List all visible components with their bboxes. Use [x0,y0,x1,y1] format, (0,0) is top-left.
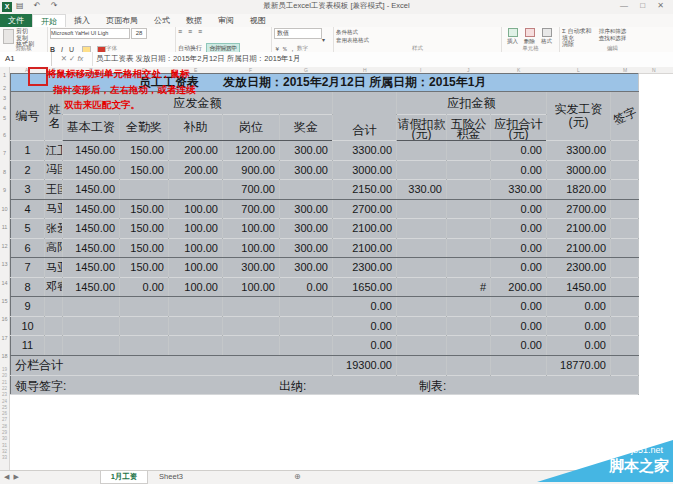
row-header-19[interactable]: 19 [0,367,9,372]
fx-icon[interactable]: fx [77,54,83,63]
cell-id-row9[interactable]: 9 [11,297,45,317]
cell-subsidy-row9[interactable] [169,297,223,317]
header-deduct-group[interactable]: 应扣金额 [397,92,547,115]
cell-net-row4[interactable]: 2700.00 [547,199,611,219]
sort-filter-button[interactable]: 排序和筛选 [599,28,627,35]
header-sign[interactable]: 签字 [611,92,639,141]
cell-name-row3[interactable]: 王国军 [45,180,63,200]
cell-net-row9[interactable]: 0.00 [547,297,611,317]
number-format-caret-icon[interactable]: ▾ [322,37,325,43]
cell-insurance-row9[interactable] [447,297,491,317]
cell-net-row5[interactable]: 2100.00 [547,219,611,239]
cell-post-row11[interactable] [223,336,280,356]
autosum-button[interactable]: 自动求和 [567,28,591,34]
cell-base-row3[interactable]: 1450.00 [63,180,120,200]
row-header-10[interactable]: 10 [0,206,9,212]
cell-bonus-row1[interactable]: 300.00 [280,141,333,161]
cell-total-row2[interactable]: 3000.00 [333,160,397,180]
row-header-22[interactable]: 22 [0,386,9,391]
row-header-25[interactable]: 25 [0,405,9,410]
cell-id-row1[interactable]: 1 [11,141,45,161]
row-header-15[interactable]: 15 [0,298,9,304]
cell-attend-row11[interactable] [120,336,169,356]
cell-post-row5[interactable]: 100.00 [223,219,280,239]
cell-net-row1[interactable]: 3300.00 [547,141,611,161]
cell-attend-row9[interactable] [120,297,169,317]
cell-subsidy-row1[interactable]: 200.00 [169,141,223,161]
window-controls[interactable]: — □ ✕ [620,1,669,10]
font-name-select[interactable]: Microsoft YaHei UI Ligh [50,28,130,39]
number-format-select[interactable]: 数值 [274,28,322,39]
header-subsidy[interactable]: 补助 [169,115,223,141]
cell-base-row4[interactable]: 1450.00 [63,199,120,219]
cell-insurance-row1[interactable] [447,141,491,161]
header-name[interactable]: 姓名 [45,92,63,141]
enter-icon[interactable]: ✓ [69,54,75,63]
cell-name-row8[interactable]: 邓睿 [45,277,63,297]
cell-subsidy-row4[interactable]: 100.00 [169,199,223,219]
cell-name-row2[interactable]: 冯国庆 [45,160,63,180]
cell-base-row9[interactable] [63,297,120,317]
cell-leave-row9[interactable] [397,297,447,317]
footer-blank[interactable] [447,355,491,375]
cell-id-row2[interactable]: 2 [11,160,45,180]
footer-blank[interactable] [611,355,639,375]
header-insurance[interactable]: 五险公积金 [447,115,491,141]
sheet-tab-other[interactable]: Sheet3 [150,471,192,483]
ribbon-tab-2[interactable]: 插入 [66,14,98,27]
cell-total-row7[interactable]: 2300.00 [333,258,397,278]
cell-total-row5[interactable]: 2100.00 [333,219,397,239]
cell-total-row10[interactable]: 0.00 [333,316,397,336]
row-header-30[interactable]: 30 [0,436,9,441]
cell-deduct-row3[interactable]: 330.00 [491,180,547,200]
cell-sign-row4[interactable] [611,199,639,219]
cell-net-row7[interactable]: 2300.00 [547,258,611,278]
row-header-12[interactable]: 12 [0,243,9,249]
ribbon-tab-6[interactable]: 审阅 [210,14,242,27]
header-base[interactable]: 基本工资 [63,115,120,141]
cell-name-row10[interactable] [45,316,63,336]
cell-base-row6[interactable]: 1450.00 [63,238,120,258]
cell-deduct-row10[interactable]: 0.00 [491,316,547,336]
cell-id-row10[interactable]: 10 [11,316,45,336]
cell-insurance-row7[interactable] [447,258,491,278]
cell-post-row10[interactable] [223,316,280,336]
cell-attend-row5[interactable]: 150.00 [120,219,169,239]
format-as-table-button[interactable]: 套用表格格式 [336,36,369,44]
paste-icon[interactable] [3,29,14,44]
cell-net-row10[interactable]: 0.00 [547,316,611,336]
cell-bonus-row3[interactable] [280,180,333,200]
cell-insurance-row4[interactable] [447,199,491,219]
cell-post-row7[interactable]: 300.00 [223,258,280,278]
cell-bonus-row2[interactable]: 300.00 [280,160,333,180]
row-header-11[interactable]: 11 [0,224,9,230]
cell-sign-row11[interactable] [611,336,639,356]
row-header-7[interactable]: 7 [0,150,9,156]
header-id[interactable]: 编号 [11,92,45,141]
cell-base-row5[interactable]: 1450.00 [63,219,120,239]
cell-id-row11[interactable]: 11 [11,336,45,356]
cell-total-row3[interactable]: 2150.00 [333,180,397,200]
cell-attend-row4[interactable]: 150.00 [120,199,169,219]
cell-post-row9[interactable] [223,297,280,317]
cell-bonus-row5[interactable]: 300.00 [280,219,333,239]
ribbon-tab-5[interactable]: 数据 [178,14,210,27]
cell-total-row4[interactable]: 2700.00 [333,199,397,219]
cell-name-row11[interactable] [45,336,63,356]
signature-row[interactable]: 领导签字: 出纳: 制表: [11,375,639,394]
row-header-13[interactable]: 13 [0,261,9,267]
align-icons[interactable]: ≡ ≡ ≡ [178,28,269,36]
cell-name-row4[interactable]: 马亚军 [45,199,63,219]
cell-sign-row1[interactable] [611,141,639,161]
cell-leave-row1[interactable] [397,141,447,161]
row-header-5[interactable]: 5 [0,115,9,121]
cell-insurance-row6[interactable] [447,238,491,258]
cell-insurance-row8[interactable]: # [447,277,491,297]
insert-cells-button[interactable]: 插入 [504,28,521,45]
row-header-28[interactable]: 28 [0,424,9,429]
cell-bonus-row4[interactable]: 300.00 [280,199,333,219]
cell-name-row1[interactable]: 江卫国 [45,141,63,161]
cell-base-row1[interactable]: 1450.00 [63,141,120,161]
cell-bonus-row10[interactable] [280,316,333,336]
next-sheet-icon[interactable]: ▶ [13,473,22,480]
